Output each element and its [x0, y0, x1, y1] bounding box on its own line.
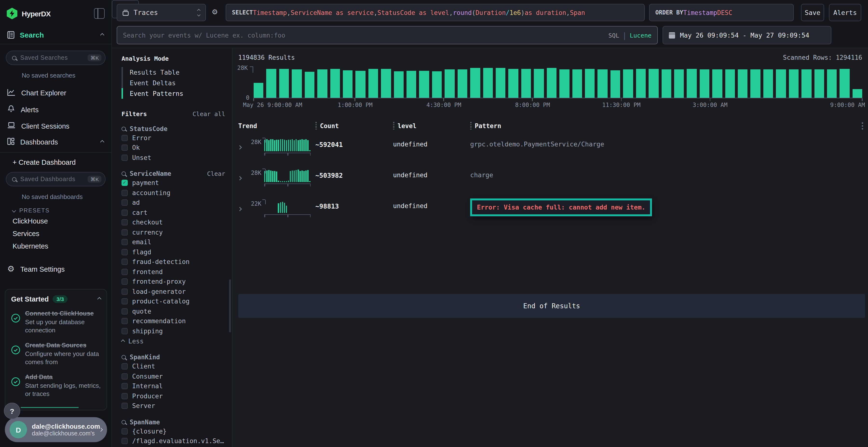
- column-header-level[interactable]: level: [393, 122, 470, 130]
- sql-select-input[interactable]: SELECT Timestamp, ServiceName as service…: [226, 4, 645, 21]
- checkbox[interactable]: [122, 180, 128, 186]
- histogram-bar[interactable]: [687, 69, 697, 98]
- expand-row-chevron-icon[interactable]: [238, 169, 248, 182]
- filter-option-consumer[interactable]: Consumer: [122, 371, 225, 381]
- histogram-bar[interactable]: [470, 68, 480, 98]
- checkbox[interactable]: [122, 373, 128, 380]
- histogram-bar[interactable]: [432, 71, 442, 98]
- histogram-bar[interactable]: [840, 69, 850, 98]
- filter-option-email[interactable]: email: [122, 237, 225, 247]
- checkbox[interactable]: [122, 135, 128, 141]
- column-header-count[interactable]: Count: [315, 122, 393, 130]
- preset-item-clickhouse[interactable]: ClickHouse: [0, 215, 112, 227]
- histogram-bar[interactable]: [419, 71, 429, 98]
- histogram-bar[interactable]: [585, 69, 595, 98]
- checkbox[interactable]: [122, 318, 128, 324]
- checkbox[interactable]: [122, 229, 128, 236]
- histogram-bar[interactable]: [279, 69, 289, 98]
- saved-dashboards-input[interactable]: Saved Dashboards ⌘K: [6, 172, 105, 186]
- histogram-bar[interactable]: [547, 68, 557, 98]
- histogram-bar[interactable]: [292, 70, 302, 98]
- checkbox[interactable]: [122, 219, 128, 226]
- histogram-bar[interactable]: [521, 69, 531, 98]
- column-drag-handle-icon[interactable]: [393, 122, 394, 130]
- checkbox[interactable]: [122, 190, 128, 196]
- checkbox[interactable]: [122, 438, 128, 444]
- filter-option-load-generator[interactable]: load-generator: [122, 286, 225, 297]
- help-button[interactable]: ?: [4, 403, 20, 419]
- chevron-up-icon[interactable]: [97, 297, 101, 301]
- preset-item-services[interactable]: Services: [0, 227, 112, 240]
- date-range-picker[interactable]: May 26 09:09:54 - May 27 09:09:54: [662, 26, 831, 44]
- histogram-bar[interactable]: [496, 68, 506, 98]
- histogram-bar[interactable]: [406, 71, 416, 98]
- histogram-bar[interactable]: [738, 70, 748, 98]
- histogram-bar[interactable]: [802, 69, 811, 98]
- histogram-bar[interactable]: [649, 69, 658, 98]
- filter-option-client[interactable]: Client: [122, 362, 225, 371]
- checkbox[interactable]: [122, 428, 128, 435]
- histogram-bar[interactable]: [776, 69, 786, 98]
- get-started-item-title[interactable]: Connect to ClickHouse: [25, 310, 101, 318]
- histogram-bar[interactable]: [827, 70, 837, 98]
- checkbox[interactable]: [122, 145, 128, 151]
- histogram-bar[interactable]: [445, 70, 455, 98]
- chevron-up-icon[interactable]: [100, 33, 104, 37]
- filter-option-checkout[interactable]: checkout: [122, 217, 225, 227]
- filter-option-recommendation[interactable]: recommendation: [122, 316, 225, 326]
- histogram-bar[interactable]: [534, 69, 544, 98]
- sidebar-item-chart-explorer[interactable]: Chart Explorer: [0, 85, 112, 101]
- histogram-bar[interactable]: [343, 70, 353, 98]
- filter-option-flagd[interactable]: flagd: [122, 247, 225, 257]
- checkbox[interactable]: [122, 239, 128, 245]
- histogram-bar[interactable]: [267, 69, 276, 98]
- search-icon[interactable]: [122, 355, 126, 359]
- get-started-item-title[interactable]: Add Data: [25, 373, 101, 381]
- filter-option-fraud-detection[interactable]: fraud-detection: [122, 257, 225, 267]
- histogram-bar[interactable]: [725, 69, 735, 98]
- filter-option-payment[interactable]: payment: [122, 178, 225, 188]
- histogram-bar[interactable]: [458, 69, 467, 98]
- highlighted-error-pattern[interactable]: Error: Visa cache full: cannot add new i…: [470, 199, 652, 216]
- source-settings-gear-icon[interactable]: ⚙: [212, 7, 217, 16]
- filter-option-frontend-proxy[interactable]: frontend-proxy: [122, 277, 225, 286]
- filter-option-producer[interactable]: Producer: [122, 391, 225, 401]
- checkbox[interactable]: [122, 299, 128, 305]
- histogram-bar[interactable]: [700, 69, 710, 98]
- histogram-bar[interactable]: [317, 70, 327, 98]
- column-header-pattern[interactable]: Pattern: [470, 122, 862, 130]
- event-search-input[interactable]: Search your events w/ Lucene ex. column:…: [117, 26, 658, 44]
- checkbox[interactable]: [122, 364, 128, 370]
- filter-option--flagd-evaluation-v1-se-[interactable]: /flagd.evaluation.v1.Se…: [122, 436, 225, 446]
- filter-option-ok[interactable]: Ok: [122, 143, 225, 153]
- sidebar-item-search[interactable]: Search: [0, 19, 112, 44]
- histogram-bar[interactable]: [483, 68, 493, 98]
- column-drag-handle-icon[interactable]: [315, 122, 317, 130]
- language-toggle-sql[interactable]: SQL: [608, 32, 619, 39]
- histogram-bar[interactable]: [394, 71, 404, 98]
- pattern-row[interactable]: 28K~592041undefinedgrpc.oteldemo.Payment…: [238, 138, 865, 162]
- histogram-bar[interactable]: [254, 82, 264, 98]
- histogram-bar[interactable]: [355, 71, 366, 98]
- source-select[interactable]: Traces: [117, 4, 206, 21]
- histogram-bar[interactable]: [381, 69, 391, 98]
- saved-searches-input[interactable]: Saved Searches ⌘K: [6, 50, 105, 65]
- create-dashboard-button[interactable]: + Create Dashboard: [0, 153, 112, 171]
- sidebar-item-dashboards[interactable]: Dashboards: [0, 134, 112, 150]
- histogram-bar[interactable]: [661, 69, 671, 98]
- analysis-mode-event-deltas[interactable]: Event Deltas: [123, 77, 225, 88]
- pattern-row[interactable]: 28K~503982undefinedcharge: [238, 169, 865, 193]
- histogram-bar[interactable]: [572, 70, 582, 98]
- checkbox[interactable]: [122, 288, 128, 295]
- histogram-bar[interactable]: [598, 70, 608, 98]
- histogram-bar[interactable]: [508, 69, 518, 98]
- checkbox[interactable]: [122, 209, 128, 216]
- histogram-bar[interactable]: [636, 69, 646, 98]
- chevron-up-icon[interactable]: [100, 140, 104, 144]
- filters-scrollbar-thumb[interactable]: [229, 279, 231, 332]
- alerts-button[interactable]: Alerts: [829, 4, 861, 21]
- get-started-item-title[interactable]: Create Data Sources: [25, 342, 101, 349]
- language-toggle-lucene[interactable]: Lucene: [630, 32, 651, 39]
- filter-option-error[interactable]: Error: [122, 133, 225, 143]
- histogram-bar[interactable]: [763, 70, 773, 98]
